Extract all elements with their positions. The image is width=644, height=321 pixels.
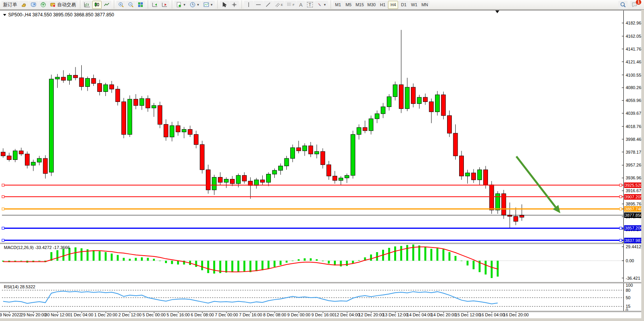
candle-body	[339, 178, 343, 180]
candle-body	[37, 158, 42, 162]
time-axis-label: 1 Dec 20:00	[94, 312, 117, 317]
macd-histogram-bar	[81, 248, 82, 261]
candle-body	[405, 87, 409, 109]
line-handle	[2, 227, 4, 229]
macd-histogram-bar	[177, 261, 179, 265]
time-axis-label: 7 Dec 16:00	[239, 312, 262, 317]
chart-canvas[interactable]	[0, 0, 644, 321]
candle-body	[43, 158, 47, 174]
macd-histogram-bar	[274, 261, 275, 267]
macd-histogram-bar	[20, 261, 22, 261]
candle-body	[375, 114, 379, 119]
candle-body	[267, 174, 271, 182]
price-tick-label: 3916.670	[626, 188, 644, 193]
time-axis-label: 30 Nov 12:00	[45, 312, 70, 317]
time-axis-label: 12 Dec 20:00	[358, 312, 384, 317]
candle-body	[496, 194, 500, 210]
price-tick-label: 4080.260	[626, 85, 644, 90]
macd-tick-label: 0.00	[626, 258, 634, 263]
price-shift-marker[interactable]	[495, 11, 499, 13]
candle-body	[477, 170, 482, 180]
candle-body	[7, 156, 11, 160]
candle-body	[333, 176, 337, 180]
price-tick-label: 4039.670	[626, 111, 644, 116]
macd-histogram-bar	[340, 261, 342, 267]
macd-histogram-bar	[449, 252, 451, 261]
candle-body	[272, 170, 277, 174]
price-line-tag[interactable]: 3877.850	[624, 212, 643, 218]
rsi-timeaxis-separator[interactable]	[0, 311, 644, 312]
candle-body	[104, 85, 108, 92]
time-axis-label: 14 Dec 20:00	[431, 312, 456, 317]
time-axis-label: 29 Nov 2022	[0, 312, 21, 317]
macd-histogram-bar	[400, 246, 402, 261]
main-macd-separator[interactable]	[0, 243, 644, 244]
price-tick-label: 3895.760	[626, 202, 644, 206]
price-line-tag[interactable]: 3837.987	[624, 238, 643, 243]
macd-histogram-bar	[39, 261, 40, 261]
candle-body	[242, 175, 247, 181]
candle-body	[303, 146, 307, 151]
price-line-tag[interactable]: 3857.206	[624, 225, 643, 231]
candle-body	[200, 144, 204, 170]
price-tick-label: 4182.965	[626, 21, 644, 25]
macd-histogram-bar	[165, 261, 167, 263]
candle-body	[460, 156, 464, 176]
macd-histogram-bar	[207, 261, 209, 273]
macd-histogram-bar	[358, 260, 360, 261]
macd-histogram-bar	[123, 258, 125, 261]
macd-histogram-bar	[346, 261, 348, 266]
one-click-trading-icon[interactable]	[3, 14, 6, 16]
price-axis[interactable]	[623, 11, 624, 312]
macd-histogram-bar	[310, 258, 312, 261]
candle-body	[182, 130, 186, 132]
macd-histogram-bar	[491, 261, 493, 278]
candle-body	[321, 151, 325, 165]
price-line-tag[interactable]: 3925.520	[624, 182, 643, 188]
rsi-level-label: 50	[626, 295, 630, 300]
price-tick-label: 3998.465	[626, 137, 644, 142]
macd-histogram-bar	[195, 261, 197, 267]
price-tick-label: 4121.465	[626, 60, 644, 64]
candle-body	[1, 152, 5, 156]
window-right-edge	[641, 10, 644, 321]
macd-histogram-bar	[394, 246, 396, 261]
candle-body	[13, 151, 18, 160]
line-handle	[2, 196, 4, 198]
candle-body	[122, 102, 126, 134]
candle-body	[230, 179, 235, 184]
time-axis-label: 13 Dec 12:00	[383, 312, 408, 317]
time-axis-label: 29 Nov 20:00	[21, 312, 46, 317]
annotation-arrow	[516, 156, 556, 207]
candle-body	[315, 151, 319, 154]
candle-body	[484, 170, 488, 185]
macd-histogram-bar	[280, 261, 282, 265]
line-handle	[619, 239, 622, 242]
macd-histogram-bar	[256, 261, 258, 271]
candle-body	[435, 95, 440, 112]
macd-histogram-bar	[298, 259, 300, 261]
price-line-tag[interactable]: 3907.205	[624, 194, 643, 200]
price-tick-label: 4141.760	[626, 47, 644, 51]
candle-body	[254, 180, 259, 186]
time-axis-label: 16 Dec 04:00	[479, 312, 504, 317]
candle-body	[128, 99, 132, 135]
price-line-tag[interactable]: 3887.746	[624, 206, 643, 212]
candle-body	[393, 85, 397, 97]
macd-histogram-bar	[225, 261, 227, 273]
time-axis-label: 15 Dec 12:00	[455, 312, 480, 317]
candle-body	[224, 179, 228, 182]
candle-body	[284, 158, 289, 166]
candle-body	[453, 133, 458, 156]
candle-body	[260, 180, 265, 182]
candle-body	[369, 119, 373, 131]
candle-body	[363, 128, 367, 131]
macd-histogram-bar	[129, 259, 131, 261]
macd-histogram-bar	[63, 249, 65, 261]
window-bottom-edge	[0, 318, 644, 321]
candle-body	[79, 78, 84, 87]
macd-rsi-separator[interactable]	[0, 282, 644, 283]
candle-body	[441, 95, 446, 116]
line-handle	[2, 184, 4, 186]
macd-tick-label: 29.4412	[626, 244, 641, 249]
